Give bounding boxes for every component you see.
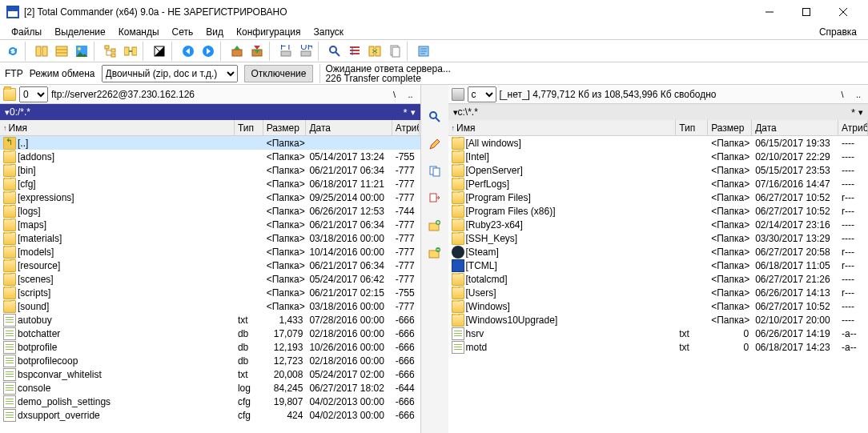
file-row[interactable]: consolelog84,24506/27/2017 18:02-644: [0, 381, 420, 395]
file-row[interactable]: [scenes]<Папка>05/24/2017 06:42-777: [0, 272, 420, 286]
right-col-size[interactable]: Размер: [708, 120, 752, 135]
file-row[interactable]: [totalcmd]<Папка>06/27/2017 21:26----: [448, 272, 869, 286]
view-full-icon[interactable]: [52, 42, 71, 61]
disconnect-button[interactable]: Отключение: [244, 65, 314, 82]
back-icon[interactable]: [179, 42, 198, 61]
right-col-attr[interactable]: Атрибу: [838, 120, 868, 135]
syncdirs-icon[interactable]: [365, 42, 384, 61]
left-up-button[interactable]: ..: [404, 88, 417, 101]
menu-start[interactable]: Запуск: [307, 25, 351, 39]
file-row[interactable]: [Windows]<Папка>06/27/2017 10:52----: [448, 299, 869, 313]
file-row[interactable]: [Program Files]<Папка>06/27/2017 10:52r-…: [448, 190, 869, 204]
left-filelist[interactable]: [..]<Папка>[addons]<Папка>05/14/2017 13:…: [0, 136, 420, 433]
ftp-icon[interactable]: FTP: [276, 42, 295, 61]
menu-view[interactable]: Вид: [199, 25, 230, 39]
copy-icon[interactable]: [425, 162, 444, 181]
delete-icon[interactable]: [425, 243, 444, 263]
left-col-ext[interactable]: Тип: [235, 120, 263, 135]
right-filelist[interactable]: [All windows]<Папка>06/15/2017 19:33----…: [448, 136, 869, 433]
newfolder-icon[interactable]: [425, 216, 444, 235]
menu-config[interactable]: Конфигурация: [230, 25, 307, 39]
file-row[interactable]: dxsupport_overridecfg42404/02/2013 00:00…: [0, 408, 420, 422]
right-history-button[interactable]: ▾: [858, 107, 863, 118]
left-col-attr[interactable]: Атрибу: [392, 120, 420, 135]
file-row[interactable]: autobuytxt1,43307/28/2016 00:00-666: [0, 313, 420, 327]
right-root-button[interactable]: \: [836, 88, 849, 101]
transfer-mode-select[interactable]: Двоичный (zip, doc и т.д.): [102, 65, 238, 82]
file-row[interactable]: [resource]<Папка>06/21/2017 06:34-777: [0, 259, 420, 272]
sync-dirs-icon[interactable]: [121, 42, 140, 61]
left-col-name[interactable]: ↑Имя: [0, 120, 235, 135]
file-row[interactable]: [All windows]<Папка>06/15/2017 19:33----: [448, 136, 869, 150]
right-col-date[interactable]: Дата: [752, 120, 838, 135]
file-row[interactable]: hsrvtxt006/26/2017 14:19-a--: [448, 327, 869, 340]
file-row[interactable]: [Intel]<Папка>02/10/2017 22:29----: [448, 150, 869, 163]
menu-help[interactable]: Справка: [813, 25, 863, 39]
file-size: <Папка>: [263, 260, 307, 271]
tree-icon[interactable]: [101, 42, 120, 61]
file-row[interactable]: [TCML]<Папка>06/18/2017 11:05r---: [448, 259, 869, 272]
right-col-ext[interactable]: Тип: [676, 120, 708, 135]
copynames-icon[interactable]: [385, 42, 404, 61]
file-row[interactable]: [bin]<Папка>06/21/2017 06:34-777: [0, 163, 420, 177]
file-row[interactable]: [logs]<Папка>06/26/2017 12:53-744: [0, 204, 420, 218]
menu-files[interactable]: Файлы: [5, 25, 48, 39]
file-row[interactable]: bspconvar_whitelisttxt20,00805/24/2017 0…: [0, 367, 420, 381]
file-row[interactable]: [Windows10Upgrade]<Папка>02/10/2017 20:0…: [448, 313, 869, 327]
right-drive-select[interactable]: c: [468, 86, 496, 102]
forward-icon[interactable]: [199, 42, 218, 61]
viewer-icon[interactable]: [425, 107, 444, 126]
left-pathbar[interactable]: ▾ 0:/*.* * ▾: [0, 104, 420, 120]
multirename-icon[interactable]: [345, 42, 364, 61]
file-row[interactable]: [SSH_Keys]<Папка>03/30/2017 13:29----: [448, 231, 869, 245]
pack-icon[interactable]: [227, 42, 247, 61]
notepad-icon[interactable]: [414, 42, 433, 61]
file-row[interactable]: [addons]<Папка>05/14/2017 13:24-755: [0, 150, 420, 163]
file-row[interactable]: [Ruby23-x64]<Папка>02/14/2017 23:16----: [448, 218, 869, 231]
left-col-date[interactable]: Дата: [306, 120, 392, 135]
right-up-button[interactable]: ..: [852, 88, 865, 101]
file-row[interactable]: [Users]<Папка>06/26/2017 14:13r---: [448, 286, 869, 299]
file-row[interactable]: botchatterdb17,07902/18/2016 00:00-666: [0, 327, 420, 340]
left-root-button[interactable]: \: [388, 88, 401, 101]
file-row[interactable]: [maps]<Папка>06/21/2017 06:34-777: [0, 218, 420, 231]
left-address-input[interactable]: [51, 86, 385, 102]
right-pathbar[interactable]: ▾ c:\*.* * ▾: [448, 104, 869, 120]
file-row[interactable]: [expressions]<Папка>09/25/2014 00:00-777: [0, 190, 420, 204]
view-brief-icon[interactable]: [32, 42, 51, 61]
file-row[interactable]: botprofiledb12,19310/26/2016 00:00-666: [0, 340, 420, 354]
file-row[interactable]: [scripts]<Папка>06/21/2017 02:15-755: [0, 286, 420, 299]
maximize-button[interactable]: [788, 0, 825, 24]
file-row[interactable]: [materials]<Папка>03/18/2016 00:00-777: [0, 231, 420, 245]
menu-commands[interactable]: Команды: [112, 25, 166, 39]
menu-net[interactable]: Сеть: [166, 25, 200, 39]
invert-icon[interactable]: [150, 42, 169, 61]
left-drive-select[interactable]: 0: [19, 86, 48, 102]
file-row[interactable]: [Steam]<Папка>06/27/2017 20:58r---: [448, 245, 869, 259]
unpack-icon[interactable]: [247, 42, 267, 61]
right-fav-button[interactable]: *: [848, 106, 858, 118]
file-row[interactable]: [models]<Папка>10/14/2016 00:00-777: [0, 245, 420, 259]
minimize-button[interactable]: [751, 0, 788, 24]
file-row[interactable]: [cfg]<Папка>06/18/2017 11:21-777: [0, 177, 420, 190]
file-row[interactable]: demo_polish_settingscfg19,80704/02/2013 …: [0, 395, 420, 408]
file-row[interactable]: [OpenServer]<Папка>05/15/2017 23:53----: [448, 163, 869, 177]
menu-select[interactable]: Выделение: [48, 25, 112, 39]
file-row[interactable]: [Program Files (x86)]<Папка>06/27/2017 1…: [448, 204, 869, 218]
left-history-button[interactable]: ▾: [411, 107, 416, 118]
file-row[interactable]: motdtxt006/18/2017 14:23-a--: [448, 340, 869, 354]
file-row[interactable]: [..]<Папка>: [0, 136, 420, 150]
file-row[interactable]: [PerfLogs]<Папка>07/16/2016 14:47----: [448, 177, 869, 190]
left-fav-button[interactable]: *: [400, 106, 410, 118]
file-row[interactable]: [sound]<Папка>03/18/2016 00:00-777: [0, 299, 420, 313]
refresh-icon[interactable]: [3, 42, 22, 61]
view-thumbs-icon[interactable]: [72, 42, 91, 61]
left-col-size[interactable]: Размер: [263, 120, 307, 135]
edit-icon[interactable]: [425, 134, 444, 154]
right-col-name[interactable]: ↑Имя: [448, 120, 677, 135]
close-button[interactable]: [825, 0, 862, 24]
url-icon[interactable]: URL: [296, 42, 315, 61]
file-row[interactable]: botprofilecoopdb12,72302/18/2016 00:00-6…: [0, 354, 420, 367]
search-icon[interactable]: [325, 42, 344, 61]
move-icon[interactable]: [425, 189, 444, 208]
